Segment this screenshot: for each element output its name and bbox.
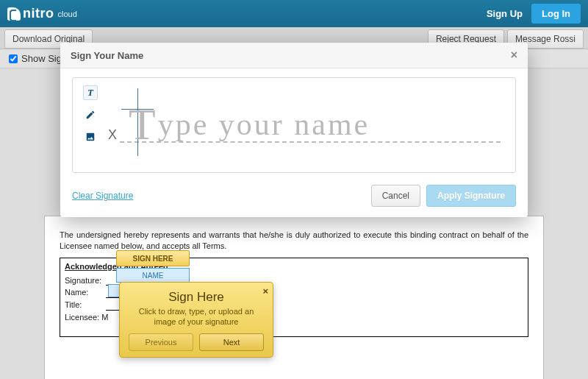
pen-icon [85,110,96,120]
signature-x-mark: X [108,127,117,143]
signature-input-area[interactable]: X Type your name [107,85,503,165]
callout-next-button[interactable]: Next [199,333,264,351]
callout-close-icon[interactable]: × [262,286,268,297]
show-sign-checkbox[interactable] [9,54,18,63]
cancel-button[interactable]: Cancel [371,185,420,207]
signup-link[interactable]: Sign Up [487,8,523,19]
type-tool-icon[interactable]: T [83,85,98,100]
warranty-paragraph: The undersigned hereby represents and wa… [60,230,528,252]
draw-tool-icon[interactable] [83,107,98,122]
app-header: nitro cloud Sign Up Log In [0,0,588,27]
sign-name-modal: Sign Your Name × T X Type your name Clea… [60,43,528,217]
signature-canvas: T X Type your name [72,77,516,173]
sign-here-callout: × Sign Here Click to draw, type, or uplo… [119,282,273,358]
modal-title: Sign Your Name [71,50,143,61]
licensee-label: Licensee: M [65,312,108,323]
image-icon [85,132,96,142]
sign-here-field-button[interactable]: SIGN HERE [116,250,190,266]
name-label: Name: [65,287,103,298]
brand-suffix: cloud [58,10,77,18]
name-field-slot[interactable]: NAME [116,268,190,283]
callout-previous-button[interactable]: Previous [129,333,193,351]
brand-name: nitro [23,6,54,21]
modal-close-icon[interactable]: × [511,49,517,62]
brand-logo: nitro cloud [7,6,77,21]
signature-tool-strip: T [82,85,99,165]
clear-signature-link[interactable]: Clear Signature [72,191,133,201]
title-label: Title: [65,300,103,311]
callout-title: Sign Here [129,290,264,305]
signature-label: Signature: [65,275,103,286]
modal-header: Sign Your Name × [60,43,528,68]
logo-icon [7,7,21,21]
apply-signature-button[interactable]: Apply Signature [426,185,516,207]
login-button[interactable]: Log In [531,4,581,24]
upload-tool-icon[interactable] [83,130,98,144]
callout-body: Click to draw, type, or upload an image … [129,306,264,327]
signature-placeholder: Type your name [129,99,499,150]
modal-footer: Clear Signature Cancel Apply Signature [60,177,528,217]
